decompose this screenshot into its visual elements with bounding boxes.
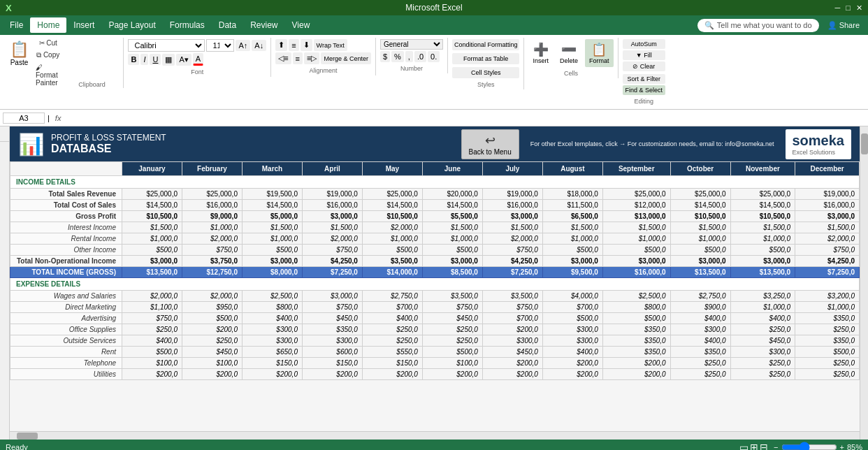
- cell[interactable]: $250,0: [422, 324, 482, 335]
- cell[interactable]: $300,0: [542, 324, 602, 335]
- cell[interactable]: $1,000,0: [122, 233, 182, 245]
- cell-apr-sales[interactable]: $19,000,0: [302, 189, 362, 200]
- cell[interactable]: $650,0: [242, 347, 302, 358]
- cell[interactable]: $500,0: [795, 347, 860, 358]
- cell[interactable]: $750,0: [302, 245, 362, 256]
- cell[interactable]: $250,0: [670, 358, 730, 369]
- font-size-select[interactable]: 11: [206, 39, 234, 52]
- cell[interactable]: $200,0: [362, 369, 422, 380]
- cell[interactable]: $400,0: [670, 335, 730, 347]
- cell[interactable]: $350,0: [795, 335, 860, 347]
- cell[interactable]: $13,000,0: [602, 211, 670, 222]
- cell[interactable]: $13,500,0: [670, 267, 730, 278]
- cell[interactable]: $3,000,0: [302, 291, 362, 302]
- cell[interactable]: $200,0: [422, 369, 482, 380]
- cell[interactable]: $200,0: [242, 369, 302, 380]
- find-select-button[interactable]: Find & Select: [623, 85, 666, 95]
- cell[interactable]: $1,000,0: [422, 233, 482, 245]
- cell[interactable]: $250,0: [730, 358, 795, 369]
- cell-jan-sales[interactable]: $25,000,0: [122, 189, 182, 200]
- cell[interactable]: $10,500,0: [362, 211, 422, 222]
- cell[interactable]: $1,500,0: [482, 222, 542, 233]
- cell[interactable]: $3,000,0: [730, 256, 795, 267]
- cell[interactable]: $700,0: [482, 313, 542, 324]
- cell[interactable]: $1,500,0: [242, 222, 302, 233]
- cell[interactable]: $750,0: [122, 313, 182, 324]
- cell-dec-sales[interactable]: $19,000,0: [795, 189, 860, 200]
- cell[interactable]: $1,000,0: [670, 233, 730, 245]
- cell[interactable]: $500,0: [542, 313, 602, 324]
- cell[interactable]: $450,0: [422, 313, 482, 324]
- cell[interactable]: $10,500,0: [670, 211, 730, 222]
- align-right-button[interactable]: ≡▷: [304, 52, 319, 64]
- menu-formulas[interactable]: Formulas: [163, 17, 212, 33]
- format-button[interactable]: 📋 Format: [585, 39, 614, 67]
- cell[interactable]: $10,500,0: [730, 211, 795, 222]
- cell[interactable]: $1,000,0: [602, 233, 670, 245]
- cell[interactable]: $8,500,0: [422, 267, 482, 278]
- cell[interactable]: $1,000,0: [182, 222, 242, 233]
- cell[interactable]: $500,0: [602, 313, 670, 324]
- cell[interactable]: $1,000,0: [730, 302, 795, 313]
- cell[interactable]: $550,0: [362, 347, 422, 358]
- increase-decimal-button[interactable]: .0: [414, 51, 426, 62]
- cell[interactable]: $200,0: [182, 324, 242, 335]
- cell[interactable]: $500,0: [182, 313, 242, 324]
- cell[interactable]: $350,0: [302, 324, 362, 335]
- cell[interactable]: $5,500,0: [422, 211, 482, 222]
- cell[interactable]: $700,0: [542, 302, 602, 313]
- menu-data[interactable]: Data: [212, 17, 243, 33]
- cell[interactable]: $9,500,0: [542, 267, 602, 278]
- merge-center-button[interactable]: Merge & Center: [321, 52, 371, 64]
- cell[interactable]: $1,000,0: [242, 233, 302, 245]
- cell[interactable]: $8,000,0: [242, 267, 302, 278]
- cell[interactable]: $300,0: [730, 347, 795, 358]
- cell[interactable]: $16,000,0: [302, 200, 362, 211]
- cell[interactable]: $2,500,0: [242, 291, 302, 302]
- wrap-text-button[interactable]: Wrap Text: [314, 39, 347, 51]
- underline-button[interactable]: U: [150, 54, 161, 65]
- cell[interactable]: $14,500,0: [362, 200, 422, 211]
- sort-filter-button[interactable]: Sort & Filter: [623, 74, 666, 84]
- cell[interactable]: $10,500,0: [122, 211, 182, 222]
- cell-may-sales[interactable]: $25,000,0: [362, 189, 422, 200]
- page-break-icon[interactable]: ⊟: [760, 442, 768, 450]
- copy-button[interactable]: ⧉ Copy: [33, 50, 63, 61]
- cell[interactable]: $12,750,0: [182, 267, 242, 278]
- insert-button[interactable]: ➕ Insert: [528, 39, 553, 67]
- cell[interactable]: $450,0: [182, 347, 242, 358]
- font-family-select[interactable]: Calibri: [128, 39, 205, 52]
- cell[interactable]: $3,250,0: [730, 291, 795, 302]
- cell[interactable]: $800,0: [602, 302, 670, 313]
- zoom-out-icon[interactable]: −: [774, 443, 778, 450]
- cell[interactable]: $250,0: [795, 324, 860, 335]
- cell[interactable]: $1,000,0: [362, 233, 422, 245]
- cell[interactable]: $2,000,0: [302, 233, 362, 245]
- number-format-select[interactable]: General: [380, 39, 443, 50]
- cell[interactable]: $13,500,0: [730, 267, 795, 278]
- normal-view-icon[interactable]: ▭: [739, 442, 748, 450]
- cell[interactable]: $250,0: [795, 358, 860, 369]
- menu-page-layout[interactable]: Page Layout: [101, 17, 162, 33]
- cell[interactable]: $350,0: [602, 347, 670, 358]
- tell-me-input[interactable]: 🔍 Tell me what you want to do: [697, 19, 819, 32]
- cell[interactable]: $500,0: [122, 245, 182, 256]
- cell[interactable]: $3,500,0: [482, 291, 542, 302]
- cell-nov-sales[interactable]: $25,000,0: [730, 189, 795, 200]
- scroll-thumb-vertical[interactable]: [861, 133, 868, 154]
- cell[interactable]: $250,0: [362, 324, 422, 335]
- cell[interactable]: $1,500,0: [670, 222, 730, 233]
- cell[interactable]: $350,0: [602, 335, 670, 347]
- table-container[interactable]: January February March April May June Ju…: [10, 161, 860, 431]
- cut-button[interactable]: ✂ Cut: [33, 38, 63, 48]
- cell[interactable]: $250,0: [670, 369, 730, 380]
- cell[interactable]: $500,0: [730, 245, 795, 256]
- currency-button[interactable]: $: [380, 51, 390, 62]
- cell[interactable]: $1,500,0: [422, 222, 482, 233]
- cell[interactable]: $3,000,0: [670, 256, 730, 267]
- delete-button[interactable]: ➖ Delete: [556, 39, 582, 67]
- cell[interactable]: $3,000,0: [542, 256, 602, 267]
- cell[interactable]: $4,250,0: [302, 256, 362, 267]
- cell[interactable]: $2,000,0: [362, 222, 422, 233]
- paste-button[interactable]: 📋 Paste: [6, 38, 33, 69]
